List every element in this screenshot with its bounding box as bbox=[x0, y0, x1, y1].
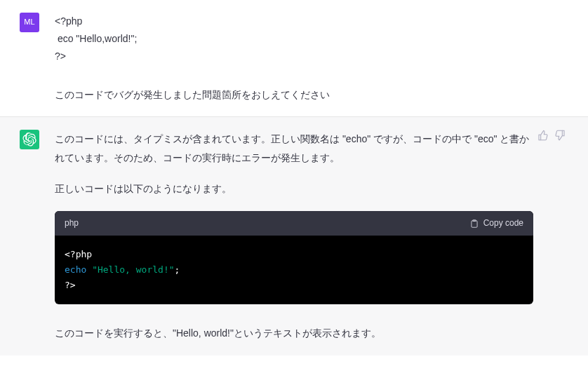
code-header: php Copy code bbox=[55, 211, 533, 236]
clipboard-icon bbox=[469, 219, 479, 229]
assistant-avatar bbox=[20, 130, 39, 149]
user-code-block: <?php eco "Hello,world!"; ?> bbox=[55, 13, 533, 66]
assistant-message: このコードには、タイプミスが含まれています。正しい関数名は "echo" ですが… bbox=[0, 116, 588, 355]
assistant-para: 正しいコードは以下のようになります。 bbox=[55, 179, 533, 198]
user-code-line: eco "Hello,world!"; bbox=[55, 33, 137, 44]
thumbs-up-button[interactable] bbox=[537, 130, 549, 141]
code-block: php Copy code <?php echo "Hello, world!"… bbox=[55, 211, 533, 304]
assistant-para: このコードには、タイプミスが含まれています。正しい関数名は "echo" ですが… bbox=[55, 130, 533, 167]
user-code-line: <?php bbox=[55, 15, 82, 27]
user-message: ML <?php eco "Hello,world!"; ?> このコードでバグ… bbox=[0, 0, 588, 116]
feedback-buttons bbox=[537, 130, 566, 141]
code-line: ?> bbox=[65, 278, 523, 293]
copy-code-button[interactable]: Copy code bbox=[469, 217, 523, 230]
user-content: <?php eco "Hello,world!"; ?> このコードでバグが発生… bbox=[55, 13, 568, 104]
code-token-string: "Hello, world!" bbox=[92, 264, 174, 275]
code-token: <?php bbox=[65, 249, 92, 259]
openai-logo-icon bbox=[22, 133, 36, 147]
assistant-content: このコードには、タイプミスが含まれています。正しい関数名は "echo" ですが… bbox=[55, 130, 568, 343]
code-line: echo "Hello, world!"; bbox=[65, 262, 523, 278]
user-code-line: ?> bbox=[55, 50, 66, 62]
thumbs-down-button[interactable] bbox=[554, 130, 566, 141]
code-language-label: php bbox=[65, 217, 79, 230]
code-token: ; bbox=[175, 264, 180, 275]
copy-code-label: Copy code bbox=[483, 217, 523, 230]
code-body: <?php echo "Hello, world!"; ?> bbox=[55, 236, 533, 304]
user-avatar: ML bbox=[20, 13, 39, 32]
thumbs-down-icon bbox=[554, 130, 566, 141]
user-avatar-initials: ML bbox=[24, 16, 34, 29]
code-token-keyword: echo bbox=[65, 264, 86, 275]
svg-rect-1 bbox=[472, 220, 477, 226]
thumbs-up-icon bbox=[537, 130, 549, 141]
code-line: <?php bbox=[65, 247, 523, 262]
code-token: ?> bbox=[65, 280, 76, 290]
user-question: このコードでバグが発生しました問題箇所をおしえてください bbox=[55, 86, 533, 104]
assistant-para: このコードを実行すると、"Hello, world!"というテキストが表示されま… bbox=[55, 324, 533, 343]
